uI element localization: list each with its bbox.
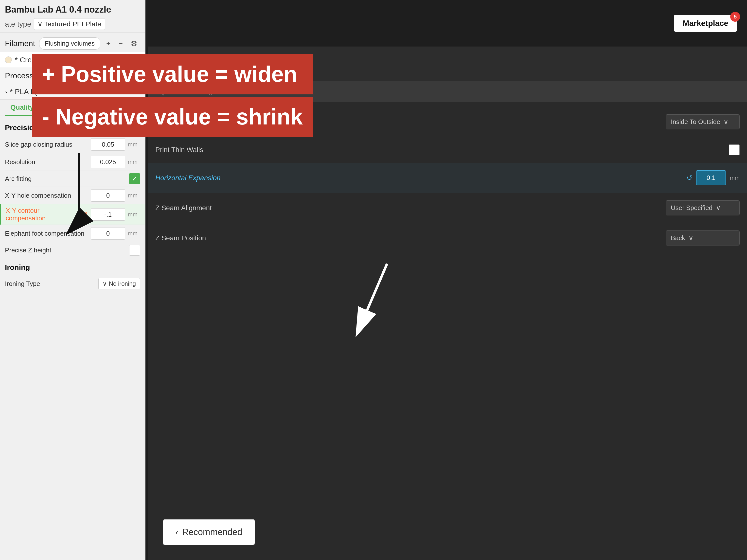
precision-section: Precision Slice gap closing radius 0.05 … (0, 116, 145, 258)
recommended-button-area[interactable]: ‹ Recommended (163, 519, 255, 545)
chevron-down-z-seam: ∨ (716, 204, 721, 212)
z-seam-position-row: Z Seam Position Back ∨ (155, 223, 740, 253)
negative-banner: - Negative value = shrink (32, 97, 313, 137)
wall-ordering-dropdown[interactable]: Inside To Outside ∨ (666, 114, 740, 129)
horizontal-expansion-row: Horizontal Expansion ↺ mm (148, 163, 747, 193)
print-thin-walls-row: Print Thin Walls (155, 137, 740, 163)
xy-contour-label: X-Y contour compensation (6, 207, 80, 222)
z-seam-alignment-control: User Specified ∨ (666, 201, 740, 215)
marketplace-badge: 5 (730, 12, 740, 22)
plate-row: ate type ∨ Textured PEI Plate (5, 18, 140, 30)
flushing-volumes-button[interactable]: Flushing volumes (39, 37, 100, 50)
chevron-down-wall: ∨ (724, 118, 728, 126)
marketplace-label: Marketplace (682, 19, 728, 28)
xy-contour-value[interactable]: -.1 (91, 208, 125, 221)
elephant-unit: mm (128, 230, 140, 237)
process-label: Process (5, 71, 33, 80)
resolution-label: Resolution (5, 158, 88, 166)
resolution-unit: mm (128, 159, 140, 165)
creme-color-dot (5, 56, 12, 63)
elephant-label: Elephant foot compensation (5, 230, 88, 237)
xy-hole-value[interactable]: 0 (91, 189, 125, 202)
chevron-icon: ∨ (37, 20, 43, 28)
z-seam-position-control: Back ∨ (666, 231, 740, 245)
left-header: Bambu Lab A1 0.4 nozzle ate type ∨ Textu… (0, 0, 145, 32)
positive-banner-text: + Positive value = widen (42, 62, 297, 86)
negative-banner-text: - Negative value = shrink (42, 105, 303, 129)
slice-gap-unit: mm (128, 141, 140, 148)
chevron-icon-pla: ∨ (5, 89, 8, 94)
xy-contour-reset-icon[interactable]: ↺ (83, 211, 87, 218)
filament-row: Filament Flushing volumes + − ⚙ (0, 32, 145, 52)
setting-row-slice-gap: Slice gap closing radius 0.05 mm (5, 136, 140, 153)
plate-value: Textured PEI Plate (44, 20, 101, 28)
z-seam-alignment-label: Z Seam Alignment (155, 204, 666, 212)
print-thin-walls-label: Print Thin Walls (155, 146, 729, 154)
xy-contour-unit: mm (128, 211, 140, 218)
plate-selector[interactable]: ∨ Textured PEI Plate (34, 18, 105, 30)
resolution-value[interactable]: 0.025 (91, 156, 125, 168)
chevron-left-icon: ‹ (176, 528, 178, 537)
wall-ordering-control: Inside To Outside ∨ (666, 114, 740, 129)
ironing-type-value: No ironing (109, 280, 136, 287)
z-seam-alignment-row: Z Seam Alignment User Specified ∨ (155, 193, 740, 223)
z-seam-position-dropdown[interactable]: Back ∨ (666, 231, 740, 245)
recommended-label: Recommended (182, 527, 242, 537)
setting-row-arc-fitting: Arc fitting ✓ (5, 171, 140, 187)
remove-filament-button[interactable]: − (117, 38, 125, 49)
add-filament-button[interactable]: + (104, 38, 113, 49)
slice-gap-value[interactable]: 0.05 (91, 138, 125, 151)
precise-z-label: Precise Z height (5, 246, 127, 254)
horizontal-expansion-reset[interactable]: ↺ (687, 174, 692, 182)
xy-hole-unit: mm (128, 192, 140, 199)
ironing-type-selector[interactable]: ∨ No ironing (98, 278, 140, 289)
wall-ordering-value: Inside To Outside (671, 118, 720, 126)
chevron-down-z-pos: ∨ (689, 234, 693, 242)
z-seam-position-label: Z Seam Position (155, 234, 666, 242)
filament-settings-button[interactable]: ⚙ (129, 38, 139, 49)
arc-fitting-label: Arc fitting (5, 175, 127, 183)
xy-hole-label: X-Y hole compensation (5, 192, 88, 199)
machine-title: Bambu Lab A1 0.4 nozzle (5, 4, 140, 15)
ironing-title: Ironing (5, 263, 140, 272)
z-seam-position-value: Back (671, 234, 685, 242)
ironing-section: Ironing Ironing Type ∨ No ironing (0, 258, 145, 292)
arc-fitting-checkbox[interactable]: ✓ (129, 173, 140, 184)
print-thin-walls-checkbox[interactable] (729, 144, 740, 155)
z-seam-alignment-value: User Specified (671, 204, 713, 212)
setting-row-elephant: Elephant foot compensation 0 mm (5, 225, 140, 242)
ironing-type-row: Ironing Type ∨ No ironing (5, 275, 140, 292)
print-thin-walls-control (729, 144, 740, 155)
ironing-type-label: Ironing Type (5, 280, 98, 288)
horizontal-expansion-control: ↺ mm (687, 170, 740, 185)
plate-type-label: ate type (5, 20, 31, 28)
z-seam-alignment-dropdown[interactable]: User Specified ∨ (666, 201, 740, 215)
slice-gap-label: Slice gap closing radius (5, 141, 88, 149)
filament-label: Filament (5, 39, 35, 48)
horizontal-expansion-input[interactable] (696, 170, 726, 185)
overlay-banners: + Positive value = widen - Negative valu… (32, 54, 313, 137)
setting-row-xy-hole: X-Y hole compensation 0 mm (5, 187, 140, 204)
elephant-value[interactable]: 0 (91, 227, 125, 240)
marketplace-button[interactable]: Marketplace 5 (674, 15, 737, 32)
precise-z-checkbox[interactable] (129, 245, 140, 256)
setting-row-xy-contour: X-Y contour compensation ↺ -.1 mm (0, 204, 145, 225)
horizontal-expansion-unit: mm (730, 175, 740, 181)
setting-row-resolution: Resolution 0.025 mm (5, 153, 140, 171)
horizontal-expansion-label: Horizontal Expansion (155, 174, 687, 182)
right-top-bar: Marketplace 5 (148, 0, 747, 47)
setting-row-precise-z: Precise Z height (5, 242, 140, 258)
chevron-icon-ironing: ∨ (103, 280, 107, 287)
positive-banner: + Positive value = widen (32, 54, 313, 95)
